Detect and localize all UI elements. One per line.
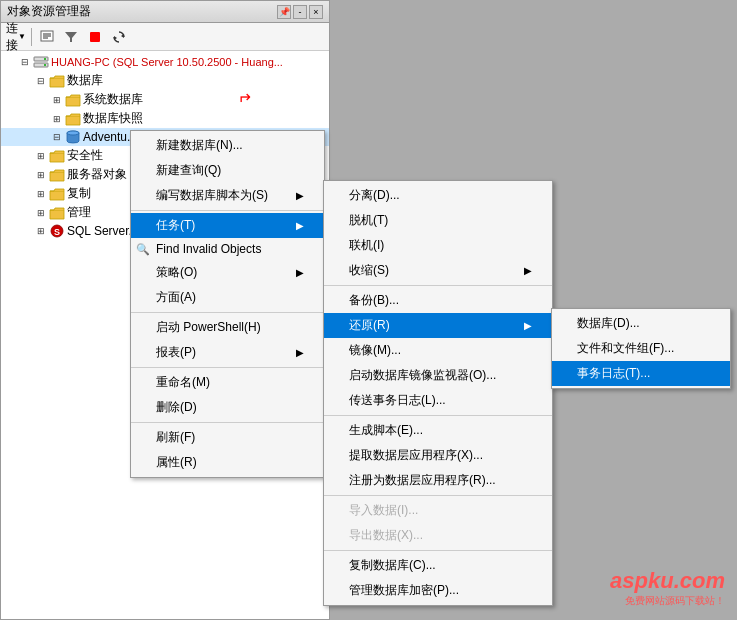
folder-snap-icon	[65, 111, 81, 127]
folder-sobj-icon	[49, 167, 65, 183]
minimize-button[interactable]: -	[293, 5, 307, 19]
separator-3	[131, 367, 324, 368]
menu-manage-encryption[interactable]: 管理数据库加密(P)...	[324, 578, 552, 603]
menu-extract-dac[interactable]: 提取数据层应用程序(X)...	[324, 443, 552, 468]
pin-button[interactable]: 📌	[277, 5, 291, 19]
filter-icon	[63, 29, 79, 45]
menu-powershell[interactable]: 启动 PowerShell(H)	[131, 315, 324, 340]
management-label: 管理	[67, 204, 91, 221]
menu-new-query[interactable]: 新建查询(Q)	[131, 158, 324, 183]
menu-refresh[interactable]: 刷新(F)	[131, 425, 324, 450]
menu-register-dac[interactable]: 注册为数据层应用程序(R)...	[324, 468, 552, 493]
menu-mirror[interactable]: 镜像(M)...	[324, 338, 552, 363]
stop-button[interactable]	[84, 26, 106, 48]
menu-import-data: 导入数据(I)...	[324, 498, 552, 523]
expand-icon-sysdb[interactable]: ⊞	[49, 92, 65, 108]
panel-title: 对象资源管理器	[7, 3, 91, 20]
sql-agent-icon: S	[49, 223, 65, 239]
toolbar-separator-1	[31, 28, 32, 46]
menu-restore-files[interactable]: 文件和文件组(F)...	[552, 336, 730, 361]
svg-point-13	[67, 131, 79, 135]
menu-restore[interactable]: 还原(R) ▶	[324, 313, 552, 338]
expand-icon-db[interactable]: ⊟	[33, 73, 49, 89]
watermark-main: aspku.com	[610, 568, 725, 594]
new-query-icon	[39, 29, 55, 45]
expand-icon-mgmt[interactable]: ⊞	[33, 205, 49, 221]
red-indicator: ↵	[238, 88, 251, 107]
tree-root[interactable]: ⊟ HUANG-PC (SQL Server 10.50.2500 - Huan…	[1, 53, 329, 71]
menu-restore-database[interactable]: 数据库(D)...	[552, 311, 730, 336]
system-db-label: 系统数据库	[83, 91, 143, 108]
find-invalid-icon: 🔍	[136, 243, 150, 256]
menu-reports[interactable]: 报表(P) ▶	[131, 340, 324, 365]
separator-4	[131, 422, 324, 423]
server-icon	[33, 54, 49, 70]
expand-icon-rep[interactable]: ⊞	[33, 186, 49, 202]
sql-agent-label: SQL Server...	[67, 224, 139, 238]
tree-root-label: HUANG-PC (SQL Server 10.50.2500 - Huang.…	[51, 56, 283, 68]
menu-script-database[interactable]: 编写数据库脚本为(S) ▶	[131, 183, 324, 208]
submenu-arrow-policy: ▶	[296, 267, 304, 278]
folder-mgmt-icon	[49, 205, 65, 221]
svg-point-10	[44, 58, 46, 60]
tree-item-system-db[interactable]: ⊞ 系统数据库	[1, 90, 329, 109]
menu-shrink[interactable]: 收缩(S) ▶	[324, 258, 552, 283]
menu-facets[interactable]: 方面(A)	[131, 285, 324, 310]
menu-log-shipping[interactable]: 传送事务日志(L)...	[324, 388, 552, 413]
refresh-button[interactable]	[108, 26, 130, 48]
filter-button[interactable]	[60, 26, 82, 48]
expand-icon-sec[interactable]: ⊞	[33, 148, 49, 164]
submenu-arrow-script: ▶	[296, 190, 304, 201]
watermark: aspku.com 免费网站源码下载站！	[610, 568, 725, 608]
menu-bring-online[interactable]: 联机(I)	[324, 233, 552, 258]
menu-export-data: 导出数据(X)...	[324, 523, 552, 548]
expand-icon-snap[interactable]: ⊞	[49, 111, 65, 127]
separator-1	[131, 210, 324, 211]
svg-text:S: S	[54, 227, 60, 237]
menu-copy-db[interactable]: 复制数据库(C)...	[324, 553, 552, 578]
svg-point-11	[44, 64, 46, 66]
adventure-label: Adventu...	[83, 130, 137, 144]
main-context-menu: 新建数据库(N)... 新建查询(Q) 编写数据库脚本为(S) ▶ 任务(T) …	[130, 130, 325, 478]
svg-marker-7	[114, 36, 117, 40]
menu-restore-log[interactable]: 事务日志(T)...	[552, 361, 730, 386]
menu-rename[interactable]: 重命名(M)	[131, 370, 324, 395]
watermark-sub: 免费网站源码下载站！	[610, 594, 725, 608]
menu-find-invalid[interactable]: 🔍 Find Invalid Objects	[131, 238, 324, 260]
security-label: 安全性	[67, 147, 103, 164]
database-icon	[65, 129, 81, 145]
submenu-arrow-restore: ▶	[524, 320, 532, 331]
tree-item-snapshot[interactable]: ⊞ 数据库快照	[1, 109, 329, 128]
expand-icon-root[interactable]: ⊟	[17, 54, 33, 70]
folder-icon	[49, 73, 65, 89]
menu-new-database[interactable]: 新建数据库(N)...	[131, 133, 324, 158]
expand-icon-sql[interactable]: ⊞	[33, 223, 49, 239]
snapshot-label: 数据库快照	[83, 110, 143, 127]
svg-marker-6	[121, 34, 124, 38]
separator-2	[131, 312, 324, 313]
menu-generate-scripts[interactable]: 生成脚本(E)...	[324, 418, 552, 443]
tree-item-databases[interactable]: ⊟ 数据库	[1, 71, 329, 90]
tasks-sep-3	[324, 495, 552, 496]
connect-button[interactable]: 连接▼	[5, 26, 27, 48]
close-button[interactable]: ×	[309, 5, 323, 19]
menu-delete[interactable]: 删除(D)	[131, 395, 324, 420]
submenu-arrow-reports: ▶	[296, 347, 304, 358]
menu-properties[interactable]: 属性(R)	[131, 450, 324, 475]
new-query-button[interactable]	[36, 26, 58, 48]
menu-backup[interactable]: 备份(B)...	[324, 288, 552, 313]
stop-icon	[87, 29, 103, 45]
menu-take-offline[interactable]: 脱机(T)	[324, 208, 552, 233]
expand-icon-sobj[interactable]: ⊞	[33, 167, 49, 183]
panel-title-buttons: 📌 - ×	[277, 5, 323, 19]
menu-tasks[interactable]: 任务(T) ▶	[131, 213, 324, 238]
expand-icon-adv[interactable]: ⊟	[49, 129, 65, 145]
menu-mirror-monitor[interactable]: 启动数据库镜像监视器(O)...	[324, 363, 552, 388]
folder-rep-icon	[49, 186, 65, 202]
folder-sec-icon	[49, 148, 65, 164]
menu-policies[interactable]: 策略(O) ▶	[131, 260, 324, 285]
restore-submenu: 数据库(D)... 文件和文件组(F)... 事务日志(T)...	[551, 308, 731, 389]
svg-marker-4	[65, 32, 77, 42]
menu-detach[interactable]: 分离(D)...	[324, 183, 552, 208]
tasks-sep-4	[324, 550, 552, 551]
